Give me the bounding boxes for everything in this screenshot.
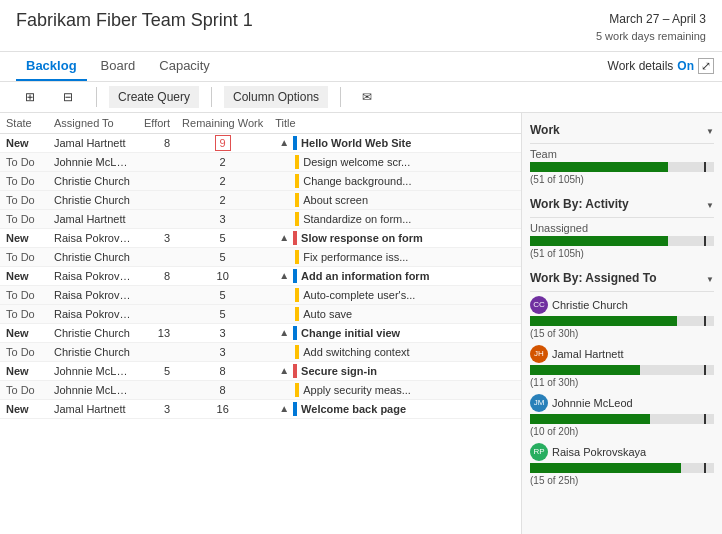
work-assigned-title: Work By: Assigned To xyxy=(530,271,656,285)
person-entry: JH Jamal Hartnett (11 of 30h) xyxy=(530,345,714,388)
title-cell: Standardize on form... xyxy=(275,212,435,226)
table-row-parent: NewJamal Hartnett316 ▲ Welcome back page xyxy=(0,399,521,418)
person-name: Johnnie McLeod xyxy=(552,397,633,409)
title-cell: ▲ Change initial view xyxy=(275,326,435,340)
priority-indicator xyxy=(295,288,299,302)
cell-state: To Do xyxy=(0,171,48,190)
row-expand-arrow[interactable]: ▲ xyxy=(279,403,289,414)
work-team-label: Team xyxy=(530,148,714,160)
work-section: Work ▼ Team (51 of 105h) xyxy=(530,121,714,185)
table-row-child: To DoChristie Church2 About screen xyxy=(0,190,521,209)
cell-state: New xyxy=(0,133,48,152)
state-label: To Do xyxy=(6,251,35,263)
cell-assigned: Christie Church xyxy=(48,342,138,361)
person-bar-marker xyxy=(704,365,706,375)
cell-assigned: Johnnie McLeod xyxy=(48,380,138,399)
cell-remaining: 10 xyxy=(176,266,269,285)
work-section-title: Work xyxy=(530,123,560,137)
row-expand-arrow[interactable]: ▲ xyxy=(279,270,289,281)
col-header-title: Title xyxy=(269,113,521,134)
remaining-value: 10 xyxy=(217,270,229,282)
cell-title: ▲ Slow response on form xyxy=(269,228,521,247)
cell-state: New xyxy=(0,323,48,342)
backlog-table: State Assigned To Effort Remaining Work … xyxy=(0,113,521,419)
expand-all-button[interactable]: ⊞ xyxy=(16,86,44,108)
priority-indicator xyxy=(295,345,299,359)
cell-remaining: 3 xyxy=(176,342,269,361)
state-label: To Do xyxy=(6,384,35,396)
title-cell: ▲ Slow response on form xyxy=(275,231,435,245)
work-activity-arrow[interactable]: ▼ xyxy=(706,201,714,210)
work-team-hours: (51 of 105h) xyxy=(530,174,714,185)
priority-indicator xyxy=(293,402,297,416)
collapse-all-button[interactable]: ⊟ xyxy=(54,86,82,108)
priority-indicator xyxy=(295,212,299,226)
cell-effort xyxy=(138,285,176,304)
table-row-parent: NewJamal Hartnett89 ▲ Hello World Web Si… xyxy=(0,133,521,152)
remaining-value: 16 xyxy=(217,403,229,415)
title-cell: ▲ Welcome back page xyxy=(275,402,435,416)
priority-indicator xyxy=(295,250,299,264)
work-activity-hours: (51 of 105h) xyxy=(530,248,714,259)
person-bar xyxy=(530,365,714,375)
create-query-button[interactable]: Create Query xyxy=(109,86,199,108)
work-details-toggle[interactable]: On xyxy=(677,59,694,73)
person-name: Jamal Hartnett xyxy=(552,348,624,360)
main-content: State Assigned To Effort Remaining Work … xyxy=(0,113,722,535)
work-activity-bar-marker xyxy=(704,236,706,246)
toolbar-separator-3 xyxy=(340,87,341,107)
priority-indicator xyxy=(295,193,299,207)
cell-assigned: Jamal Hartnett xyxy=(48,209,138,228)
state-label: New xyxy=(6,365,29,377)
title-cell: Design welcome scr... xyxy=(275,155,435,169)
table-row-child: To DoJamal Hartnett3 Standardize on form… xyxy=(0,209,521,228)
cell-title: ▲ Hello World Web Site xyxy=(269,133,521,152)
state-label: To Do xyxy=(6,213,35,225)
cell-effort: 8 xyxy=(138,133,176,152)
cell-state: To Do xyxy=(0,190,48,209)
person-entry: JM Johnnie McLeod (10 of 20h) xyxy=(530,394,714,437)
title-text: Change background... xyxy=(303,175,411,187)
cell-title: About screen xyxy=(269,190,521,209)
person-bar-fill xyxy=(530,365,640,375)
column-options-button[interactable]: Column Options xyxy=(224,86,328,108)
page-title: Fabrikam Fiber Team Sprint 1 xyxy=(16,10,253,31)
cell-assigned: Johnnie McLeod xyxy=(48,361,138,380)
row-expand-arrow[interactable]: ▲ xyxy=(279,232,289,243)
backlog-panel: State Assigned To Effort Remaining Work … xyxy=(0,113,522,535)
nav-tabs: Backlog Board Capacity xyxy=(0,52,240,81)
work-assigned-arrow[interactable]: ▼ xyxy=(706,275,714,284)
title-cell: Fix performance iss... xyxy=(275,250,435,264)
person-bar-fill xyxy=(530,316,677,326)
row-expand-arrow[interactable]: ▲ xyxy=(279,327,289,338)
work-section-arrow[interactable]: ▼ xyxy=(706,127,714,136)
tab-board[interactable]: Board xyxy=(91,52,146,81)
cell-assigned: Raisa Pokrovskaya xyxy=(48,228,138,247)
cell-state: To Do xyxy=(0,342,48,361)
state-label: To Do xyxy=(6,289,35,301)
mail-button[interactable]: ✉ xyxy=(353,86,381,108)
cell-title: Fix performance iss... xyxy=(269,247,521,266)
row-expand-arrow[interactable]: ▲ xyxy=(279,137,289,148)
tab-capacity[interactable]: Capacity xyxy=(149,52,220,81)
cell-state: To Do xyxy=(0,209,48,228)
cell-assigned: Johnnie McLeod xyxy=(48,152,138,171)
state-label: New xyxy=(6,403,29,415)
expand-panel-icon[interactable]: ⤢ xyxy=(698,58,714,74)
cell-effort xyxy=(138,171,176,190)
cell-effort xyxy=(138,209,176,228)
cell-assigned: Jamal Hartnett xyxy=(48,133,138,152)
cell-assigned: Raisa Pokrovskaya xyxy=(48,285,138,304)
table-row-child: To DoChristie Church3 Add switching cont… xyxy=(0,342,521,361)
tab-backlog[interactable]: Backlog xyxy=(16,52,87,81)
cell-remaining: 2 xyxy=(176,171,269,190)
work-activity-section: Work By: Activity ▼ Unassigned (51 of 10… xyxy=(530,195,714,259)
title-text: Secure sign-in xyxy=(301,365,377,377)
remaining-value: 9 xyxy=(215,135,231,151)
remaining-value: 8 xyxy=(220,365,226,377)
cell-remaining: 2 xyxy=(176,152,269,171)
row-expand-arrow[interactable]: ▲ xyxy=(279,365,289,376)
state-label: To Do xyxy=(6,175,35,187)
title-text: Standardize on form... xyxy=(303,213,411,225)
cell-title: Auto-complete user's... xyxy=(269,285,521,304)
